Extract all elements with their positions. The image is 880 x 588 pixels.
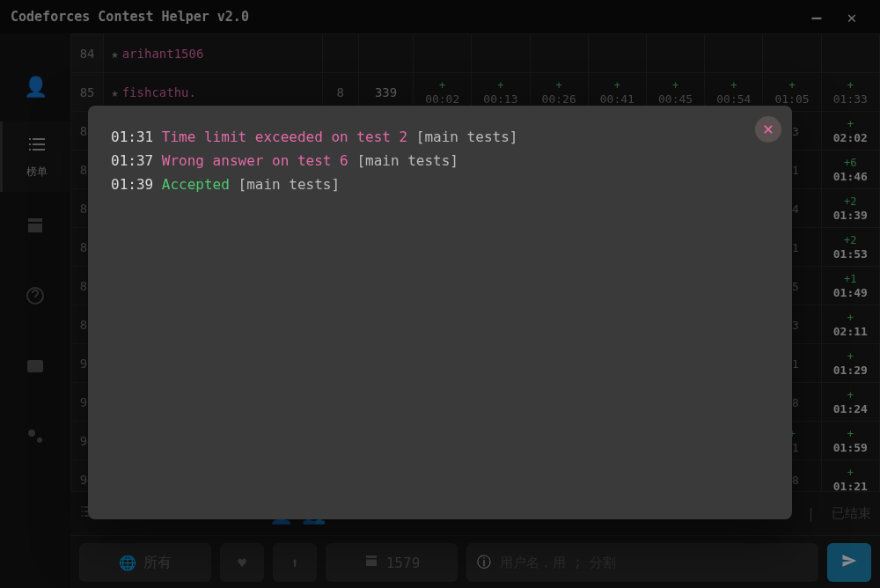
submission-entry: 01:31 Time limit exceeded on test 2 [mai…: [111, 125, 769, 149]
submission-entry: 01:37 Wrong answer on test 6 [main tests…: [111, 149, 769, 173]
submission-entry: 01:39 Accepted [main tests]: [111, 173, 769, 196]
close-icon: [762, 123, 774, 136]
submission-modal: 01:31 Time limit exceeded on test 2 [mai…: [88, 106, 792, 519]
modal-close-button[interactable]: [755, 116, 781, 143]
